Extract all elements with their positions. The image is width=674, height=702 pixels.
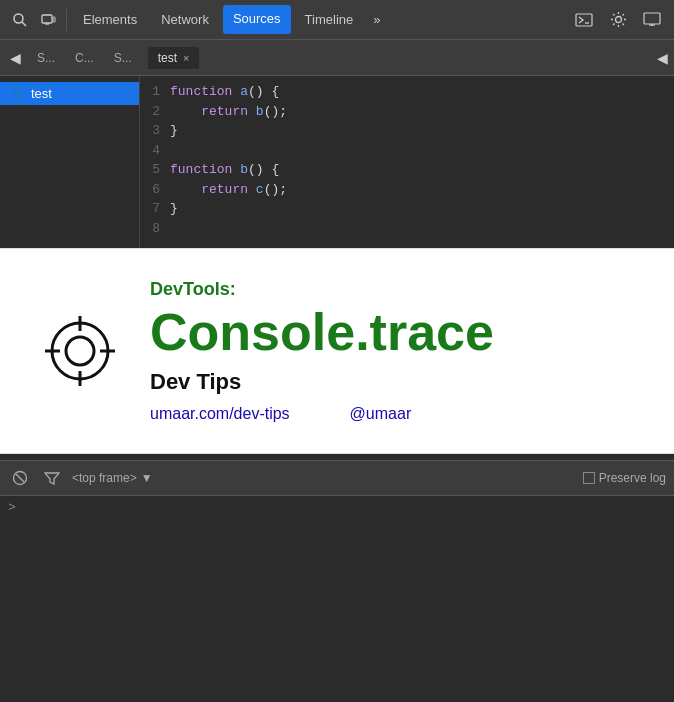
close-tab-icon[interactable]: × <box>183 52 189 64</box>
sources-panel: 👤 test 1 function a() { 2 return b(); 3 … <box>0 76 674 276</box>
overlay-text-content: DevTools: Console.trace Dev Tips umaar.c… <box>150 279 634 423</box>
prompt-arrow-icon: > <box>8 500 16 515</box>
overlay-subtitle: DevTools: <box>150 279 634 300</box>
toolbar-right <box>570 6 666 34</box>
code-line-7: 7 } <box>140 199 674 219</box>
tab-elements[interactable]: Elements <box>73 6 147 33</box>
dropdown-arrow-icon: ▼ <box>141 471 153 485</box>
overlay-card: DevTools: Console.trace Dev Tips umaar.c… <box>0 248 674 454</box>
console-frame-filter[interactable]: <top frame> ▼ <box>72 471 153 485</box>
svg-line-18 <box>16 474 24 482</box>
file-tab-test[interactable]: test × <box>148 47 200 69</box>
code-line-2: 2 return b(); <box>140 102 674 122</box>
crosshair-icon <box>40 311 120 391</box>
svg-point-11 <box>52 323 108 379</box>
console-bar: <top frame> ▼ Preserve log <box>0 460 674 496</box>
top-toolbar: Elements Network Sources Timeline » <box>0 0 674 40</box>
filter-icon[interactable] <box>40 466 64 490</box>
code-line-5: 5 function b() { <box>140 160 674 180</box>
preserve-log-label: Preserve log <box>599 471 666 485</box>
code-editor[interactable]: 1 function a() { 2 return b(); 3 } 4 5 f… <box>140 76 674 276</box>
console-area: > <box>0 496 674 702</box>
panel-collapse-icon[interactable]: ◀ <box>657 50 668 66</box>
preserve-log-option[interactable]: Preserve log <box>583 471 666 485</box>
nav-back-icon[interactable]: ◀ <box>6 48 25 68</box>
terminal-icon[interactable] <box>570 6 598 34</box>
gear-icon[interactable] <box>604 6 632 34</box>
toolbar-separator <box>66 9 67 31</box>
code-line-4: 4 <box>140 141 674 161</box>
tab-sources[interactable]: Sources <box>223 5 291 34</box>
preserve-log-checkbox[interactable] <box>583 472 595 484</box>
file-user-icon: 👤 <box>10 87 25 101</box>
search-icon[interactable] <box>8 8 32 32</box>
overlay-title: Console.trace <box>150 304 634 361</box>
clear-console-icon[interactable] <box>8 466 32 490</box>
panel-tab-scripts[interactable]: S... <box>29 47 63 69</box>
file-tree-item-label: test <box>31 86 52 101</box>
overlay-links: umaar.com/dev-tips @umaar <box>150 405 634 423</box>
panel-tab-content[interactable]: C... <box>67 47 102 69</box>
svg-point-12 <box>66 337 94 365</box>
file-tree: 👤 test <box>0 76 140 276</box>
overlay-link-website[interactable]: umaar.com/dev-tips <box>150 405 290 423</box>
svg-point-0 <box>14 14 23 23</box>
file-tab-name: test <box>158 51 177 65</box>
second-bar: ◀ S... C... S... test × ◀ <box>0 40 674 76</box>
svg-rect-2 <box>42 15 52 23</box>
monitor-icon[interactable] <box>638 6 666 34</box>
code-line-6: 6 return c(); <box>140 180 674 200</box>
code-line-1: 1 function a() { <box>140 82 674 102</box>
overlay-tagline: Dev Tips <box>150 369 634 395</box>
file-tree-item-test[interactable]: 👤 test <box>0 82 139 105</box>
code-line-8: 8 <box>140 219 674 239</box>
tab-more[interactable]: » <box>367 6 386 33</box>
tab-timeline[interactable]: Timeline <box>295 6 364 33</box>
tab-network[interactable]: Network <box>151 6 219 33</box>
code-line-3: 3 } <box>140 121 674 141</box>
device-icon[interactable] <box>36 8 60 32</box>
svg-line-1 <box>22 22 26 26</box>
svg-rect-3 <box>53 17 55 22</box>
svg-point-7 <box>615 17 621 23</box>
frame-label: <top frame> <box>72 471 137 485</box>
console-prompt[interactable]: > <box>8 500 666 515</box>
panel-tab-snippets[interactable]: S... <box>106 47 140 69</box>
svg-rect-8 <box>644 13 660 24</box>
overlay-link-twitter[interactable]: @umaar <box>350 405 412 423</box>
